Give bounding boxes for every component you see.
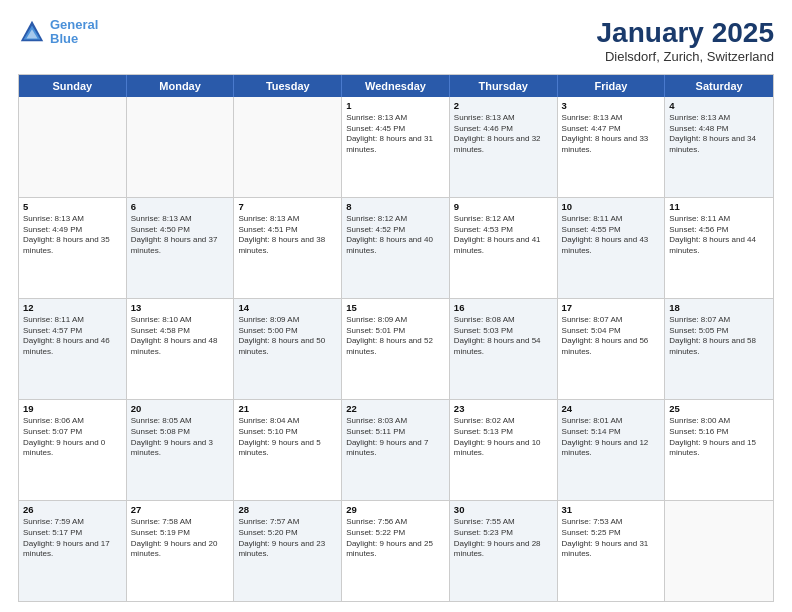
calendar-cell: 11Sunrise: 8:11 AMSunset: 4:56 PMDayligh… (665, 198, 773, 298)
cell-info: Sunrise: 8:10 AMSunset: 4:58 PMDaylight:… (131, 315, 230, 358)
day-number: 8 (346, 201, 445, 212)
cell-info: Sunrise: 8:13 AMSunset: 4:48 PMDaylight:… (669, 113, 769, 156)
day-number: 6 (131, 201, 230, 212)
logo-line2: Blue (50, 31, 78, 46)
calendar-cell: 31Sunrise: 7:53 AMSunset: 5:25 PMDayligh… (558, 501, 666, 601)
day-number: 5 (23, 201, 122, 212)
weekday-header: Thursday (450, 75, 558, 97)
calendar-cell (127, 97, 235, 197)
calendar-cell (19, 97, 127, 197)
calendar-cell: 28Sunrise: 7:57 AMSunset: 5:20 PMDayligh… (234, 501, 342, 601)
calendar-cell: 10Sunrise: 8:11 AMSunset: 4:55 PMDayligh… (558, 198, 666, 298)
subtitle: Dielsdorf, Zurich, Switzerland (597, 49, 774, 64)
calendar-cell: 13Sunrise: 8:10 AMSunset: 4:58 PMDayligh… (127, 299, 235, 399)
calendar-cell: 17Sunrise: 8:07 AMSunset: 5:04 PMDayligh… (558, 299, 666, 399)
calendar-cell: 29Sunrise: 7:56 AMSunset: 5:22 PMDayligh… (342, 501, 450, 601)
cell-info: Sunrise: 8:11 AMSunset: 4:57 PMDaylight:… (23, 315, 122, 358)
weekday-header: Sunday (19, 75, 127, 97)
cell-info: Sunrise: 8:09 AMSunset: 5:00 PMDaylight:… (238, 315, 337, 358)
calendar-cell: 18Sunrise: 8:07 AMSunset: 5:05 PMDayligh… (665, 299, 773, 399)
day-number: 1 (346, 100, 445, 111)
calendar-cell: 14Sunrise: 8:09 AMSunset: 5:00 PMDayligh… (234, 299, 342, 399)
weekday-header: Wednesday (342, 75, 450, 97)
cell-info: Sunrise: 8:05 AMSunset: 5:08 PMDaylight:… (131, 416, 230, 459)
cell-info: Sunrise: 8:11 AMSunset: 4:55 PMDaylight:… (562, 214, 661, 257)
weekday-header: Tuesday (234, 75, 342, 97)
calendar-cell: 22Sunrise: 8:03 AMSunset: 5:11 PMDayligh… (342, 400, 450, 500)
logo-line1: General (50, 17, 98, 32)
weekday-header: Monday (127, 75, 235, 97)
calendar-cell: 3Sunrise: 8:13 AMSunset: 4:47 PMDaylight… (558, 97, 666, 197)
calendar-cell: 2Sunrise: 8:13 AMSunset: 4:46 PMDaylight… (450, 97, 558, 197)
calendar-cell: 1Sunrise: 8:13 AMSunset: 4:45 PMDaylight… (342, 97, 450, 197)
calendar-cell: 7Sunrise: 8:13 AMSunset: 4:51 PMDaylight… (234, 198, 342, 298)
cell-info: Sunrise: 7:57 AMSunset: 5:20 PMDaylight:… (238, 517, 337, 560)
day-number: 10 (562, 201, 661, 212)
calendar-week-row: 19Sunrise: 8:06 AMSunset: 5:07 PMDayligh… (19, 400, 773, 501)
day-number: 23 (454, 403, 553, 414)
day-number: 3 (562, 100, 661, 111)
logo-icon (18, 18, 46, 46)
calendar-cell: 26Sunrise: 7:59 AMSunset: 5:17 PMDayligh… (19, 501, 127, 601)
day-number: 15 (346, 302, 445, 313)
day-number: 18 (669, 302, 769, 313)
calendar-cell: 19Sunrise: 8:06 AMSunset: 5:07 PMDayligh… (19, 400, 127, 500)
cell-info: Sunrise: 8:13 AMSunset: 4:47 PMDaylight:… (562, 113, 661, 156)
cell-info: Sunrise: 8:08 AMSunset: 5:03 PMDaylight:… (454, 315, 553, 358)
day-number: 30 (454, 504, 553, 515)
weekday-header: Saturday (665, 75, 773, 97)
day-number: 2 (454, 100, 553, 111)
cell-info: Sunrise: 8:06 AMSunset: 5:07 PMDaylight:… (23, 416, 122, 459)
cell-info: Sunrise: 8:02 AMSunset: 5:13 PMDaylight:… (454, 416, 553, 459)
cell-info: Sunrise: 8:09 AMSunset: 5:01 PMDaylight:… (346, 315, 445, 358)
calendar-cell: 20Sunrise: 8:05 AMSunset: 5:08 PMDayligh… (127, 400, 235, 500)
cell-info: Sunrise: 8:13 AMSunset: 4:46 PMDaylight:… (454, 113, 553, 156)
calendar-week-row: 1Sunrise: 8:13 AMSunset: 4:45 PMDaylight… (19, 97, 773, 198)
day-number: 14 (238, 302, 337, 313)
calendar-cell (665, 501, 773, 601)
day-number: 4 (669, 100, 769, 111)
calendar-cell: 5Sunrise: 8:13 AMSunset: 4:49 PMDaylight… (19, 198, 127, 298)
logo: General Blue (18, 18, 98, 47)
cell-info: Sunrise: 8:13 AMSunset: 4:49 PMDaylight:… (23, 214, 122, 257)
day-number: 7 (238, 201, 337, 212)
calendar-cell: 30Sunrise: 7:55 AMSunset: 5:23 PMDayligh… (450, 501, 558, 601)
cell-info: Sunrise: 8:11 AMSunset: 4:56 PMDaylight:… (669, 214, 769, 257)
calendar-cell: 25Sunrise: 8:00 AMSunset: 5:16 PMDayligh… (665, 400, 773, 500)
calendar-cell: 16Sunrise: 8:08 AMSunset: 5:03 PMDayligh… (450, 299, 558, 399)
day-number: 12 (23, 302, 122, 313)
cell-info: Sunrise: 7:53 AMSunset: 5:25 PMDaylight:… (562, 517, 661, 560)
calendar-week-row: 12Sunrise: 8:11 AMSunset: 4:57 PMDayligh… (19, 299, 773, 400)
calendar-cell: 27Sunrise: 7:58 AMSunset: 5:19 PMDayligh… (127, 501, 235, 601)
calendar-cell: 8Sunrise: 8:12 AMSunset: 4:52 PMDaylight… (342, 198, 450, 298)
header: General Blue January 2025 Dielsdorf, Zur… (18, 18, 774, 64)
cell-info: Sunrise: 8:03 AMSunset: 5:11 PMDaylight:… (346, 416, 445, 459)
day-number: 28 (238, 504, 337, 515)
cell-info: Sunrise: 8:13 AMSunset: 4:50 PMDaylight:… (131, 214, 230, 257)
cell-info: Sunrise: 7:56 AMSunset: 5:22 PMDaylight:… (346, 517, 445, 560)
calendar: SundayMondayTuesdayWednesdayThursdayFrid… (18, 74, 774, 602)
calendar-cell (234, 97, 342, 197)
day-number: 25 (669, 403, 769, 414)
cell-info: Sunrise: 8:12 AMSunset: 4:52 PMDaylight:… (346, 214, 445, 257)
calendar-cell: 4Sunrise: 8:13 AMSunset: 4:48 PMDaylight… (665, 97, 773, 197)
day-number: 9 (454, 201, 553, 212)
calendar-week-row: 5Sunrise: 8:13 AMSunset: 4:49 PMDaylight… (19, 198, 773, 299)
calendar-body: 1Sunrise: 8:13 AMSunset: 4:45 PMDaylight… (19, 97, 773, 601)
title-block: January 2025 Dielsdorf, Zurich, Switzerl… (597, 18, 774, 64)
calendar-cell: 9Sunrise: 8:12 AMSunset: 4:53 PMDaylight… (450, 198, 558, 298)
cell-info: Sunrise: 8:13 AMSunset: 4:51 PMDaylight:… (238, 214, 337, 257)
page: General Blue January 2025 Dielsdorf, Zur… (0, 0, 792, 612)
main-title: January 2025 (597, 18, 774, 49)
cell-info: Sunrise: 8:07 AMSunset: 5:05 PMDaylight:… (669, 315, 769, 358)
day-number: 11 (669, 201, 769, 212)
day-number: 26 (23, 504, 122, 515)
day-number: 17 (562, 302, 661, 313)
cell-info: Sunrise: 8:07 AMSunset: 5:04 PMDaylight:… (562, 315, 661, 358)
day-number: 31 (562, 504, 661, 515)
day-number: 27 (131, 504, 230, 515)
calendar-cell: 6Sunrise: 8:13 AMSunset: 4:50 PMDaylight… (127, 198, 235, 298)
calendar-cell: 23Sunrise: 8:02 AMSunset: 5:13 PMDayligh… (450, 400, 558, 500)
cell-info: Sunrise: 7:55 AMSunset: 5:23 PMDaylight:… (454, 517, 553, 560)
cell-info: Sunrise: 8:13 AMSunset: 4:45 PMDaylight:… (346, 113, 445, 156)
